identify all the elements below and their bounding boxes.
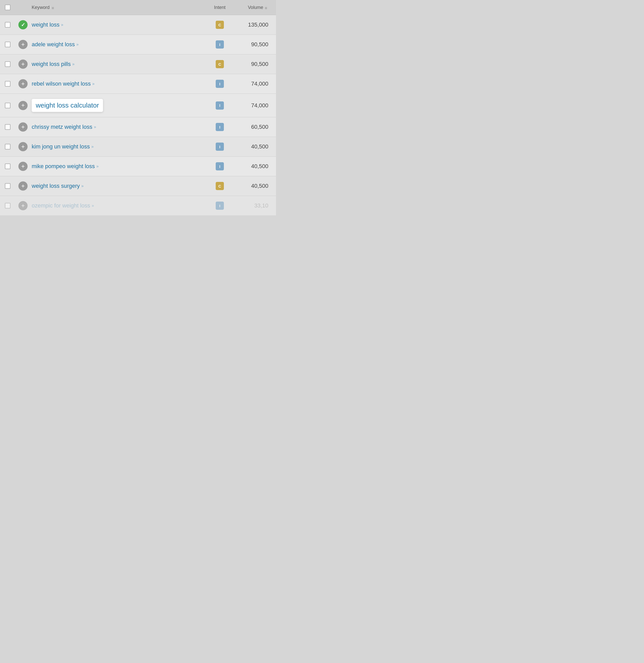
volume-text: 40,500 <box>251 183 268 189</box>
row-checkbox[interactable] <box>5 81 10 87</box>
keyword-text[interactable]: chrissy metz weight loss <box>32 124 92 130</box>
row-keyword-col: adele weight loss» <box>31 41 204 48</box>
table-body: weight loss»C135,000adele weight loss»I9… <box>0 15 276 215</box>
row-volume-col: 40,500 <box>235 183 276 189</box>
row-checkbox[interactable] <box>5 61 10 67</box>
chevron-right-icon: » <box>94 125 95 129</box>
chevron-right-icon: » <box>81 184 83 188</box>
volume-filter-icon[interactable] <box>265 6 268 9</box>
row-icon-col <box>15 122 31 132</box>
table-row: kim jong un weight loss»I40,500 <box>0 137 276 157</box>
row-checkbox[interactable] <box>5 103 10 108</box>
intent-badge: I <box>216 101 224 110</box>
table-header: Keyword Intent Volume <box>0 0 276 15</box>
row-checkbox[interactable] <box>5 144 10 150</box>
row-keyword-col: weight loss pills» <box>31 61 204 67</box>
plus-icon[interactable] <box>18 101 28 110</box>
volume-text: 90,500 <box>251 41 268 48</box>
row-intent-col: C <box>204 182 235 190</box>
chevron-right-icon: » <box>96 164 98 168</box>
keyword-highlight-box: weight loss calculator <box>32 99 103 112</box>
row-volume-col: 90,500 <box>235 61 276 67</box>
row-intent-col: I <box>204 202 235 210</box>
table-row: weight loss pills»C90,500 <box>0 54 276 74</box>
row-checkbox-col <box>0 163 15 169</box>
plus-icon[interactable] <box>18 142 28 151</box>
row-volume-col: 60,500 <box>235 124 276 130</box>
row-volume-col: 135,000 <box>235 21 276 28</box>
intent-badge: I <box>216 162 224 170</box>
volume-text: 40,500 <box>251 163 268 170</box>
volume-text: 40,500 <box>251 143 268 150</box>
chevron-right-icon: » <box>76 42 78 47</box>
row-keyword-col: chrissy metz weight loss» <box>31 124 204 130</box>
row-intent-col: I <box>204 162 235 170</box>
keyword-text[interactable]: weight loss calculator <box>36 101 99 109</box>
plus-icon[interactable] <box>18 122 28 132</box>
keyword-text[interactable]: weight loss pills <box>32 61 71 67</box>
volume-text: 135,000 <box>248 21 268 28</box>
table-row: weight loss surgery»C40,500 <box>0 176 276 196</box>
chevron-right-icon: » <box>61 22 63 27</box>
table-row: chrissy metz weight loss»I60,500 <box>0 117 276 137</box>
plus-icon[interactable] <box>18 201 28 210</box>
check-icon[interactable] <box>18 20 28 29</box>
row-checkbox[interactable] <box>5 163 10 169</box>
row-icon-col <box>15 60 31 69</box>
keyword-filter-icon[interactable] <box>52 6 55 9</box>
row-checkbox[interactable] <box>5 203 10 208</box>
table-row: mike pompeo weight loss»I40,500 <box>0 157 276 176</box>
keyword-text[interactable]: ozempic for weight loss <box>32 202 90 209</box>
intent-badge: C <box>216 60 224 68</box>
row-checkbox-col <box>0 144 15 150</box>
keyword-text[interactable]: rebel wilson weight loss <box>32 81 91 87</box>
plus-icon[interactable] <box>18 60 28 69</box>
table-row: weight loss»C135,000 <box>0 15 276 35</box>
row-checkbox[interactable] <box>5 183 10 189</box>
intent-badge: I <box>216 123 224 131</box>
row-checkbox[interactable] <box>5 42 10 47</box>
select-all-checkbox[interactable] <box>5 5 10 10</box>
row-icon-col <box>15 162 31 171</box>
row-volume-col: 40,500 <box>235 163 276 170</box>
keyword-text[interactable]: kim jong un weight loss <box>32 143 90 150</box>
row-keyword-col: kim jong un weight loss» <box>31 143 204 150</box>
volume-text: 90,500 <box>251 61 268 67</box>
row-intent-col: I <box>204 80 235 88</box>
row-icon-col <box>15 201 31 210</box>
row-keyword-col: weight loss calculator <box>31 99 204 112</box>
keyword-text[interactable]: weight loss surgery <box>32 183 80 189</box>
intent-badge: I <box>216 80 224 88</box>
plus-icon[interactable] <box>18 79 28 88</box>
plus-icon[interactable] <box>18 162 28 171</box>
volume-text: 74,000 <box>251 102 268 109</box>
row-checkbox[interactable] <box>5 22 10 28</box>
row-checkbox[interactable] <box>5 124 10 130</box>
table-row: weight loss calculatorI74,000 <box>0 94 276 117</box>
table-row: adele weight loss»I90,500 <box>0 35 276 54</box>
header-checkbox-col <box>0 5 15 10</box>
row-volume-col: 40,500 <box>235 143 276 150</box>
chevron-right-icon: » <box>91 144 93 149</box>
row-icon-col <box>15 20 31 29</box>
intent-badge: I <box>216 40 224 49</box>
plus-icon[interactable] <box>18 181 28 190</box>
volume-text: 33,10 <box>254 202 268 209</box>
keyword-text[interactable]: weight loss <box>32 21 60 28</box>
chevron-right-icon: » <box>72 62 74 66</box>
row-intent-col: I <box>204 40 235 49</box>
row-volume-col: 33,10 <box>235 202 276 209</box>
keyword-text[interactable]: adele weight loss <box>32 41 75 48</box>
header-volume-label: Volume <box>248 5 263 10</box>
table-row: rebel wilson weight loss»I74,000 <box>0 74 276 94</box>
header-intent-col: Intent <box>204 5 235 10</box>
row-checkbox-col <box>0 103 15 108</box>
plus-icon[interactable] <box>18 40 28 49</box>
row-checkbox-col <box>0 183 15 189</box>
row-volume-col: 90,500 <box>235 41 276 48</box>
volume-text: 74,000 <box>251 81 268 87</box>
row-keyword-col: ozempic for weight loss» <box>31 202 204 209</box>
keyword-text[interactable]: mike pompeo weight loss <box>32 163 95 170</box>
chevron-right-icon: » <box>92 203 93 208</box>
row-checkbox-col <box>0 22 15 28</box>
